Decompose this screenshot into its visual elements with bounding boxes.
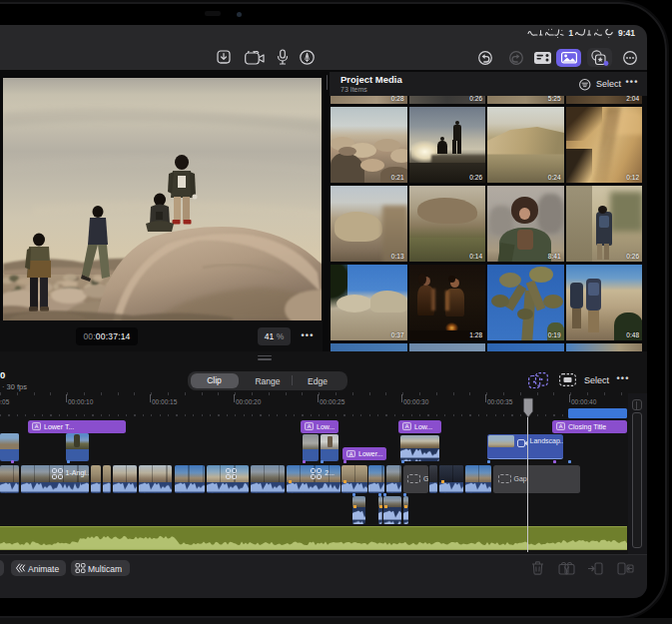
svg-text:1: 1: [569, 28, 574, 37]
